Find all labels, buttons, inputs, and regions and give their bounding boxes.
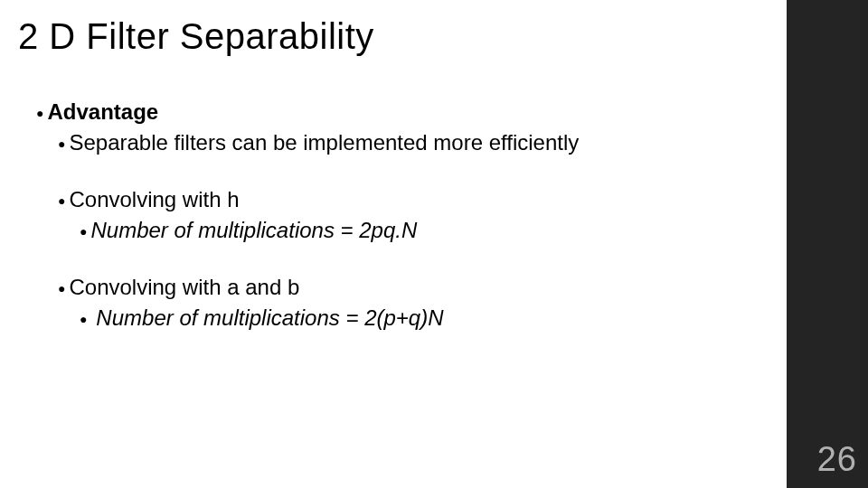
slide-body: Advantage Separable filters can be imple…	[36, 98, 769, 334]
bullet-advantage: Advantage	[36, 98, 769, 127]
bullet-separable: Separable filters can be implemented mor…	[58, 128, 769, 157]
sidebar-accent	[787, 0, 868, 488]
bullet-conv-ab: Convolving with a and b	[58, 273, 769, 302]
bullet-conv-ab-mult: Number of multiplications = 2(p+q)N	[80, 304, 769, 333]
page-number: 26	[817, 440, 857, 479]
bullet-conv-h-mult: Number of multiplications = 2pq.N	[80, 216, 769, 245]
slide-title: 2 D Filter Separability	[18, 16, 374, 57]
bullet-conv-h: Convolving with h	[58, 185, 769, 214]
